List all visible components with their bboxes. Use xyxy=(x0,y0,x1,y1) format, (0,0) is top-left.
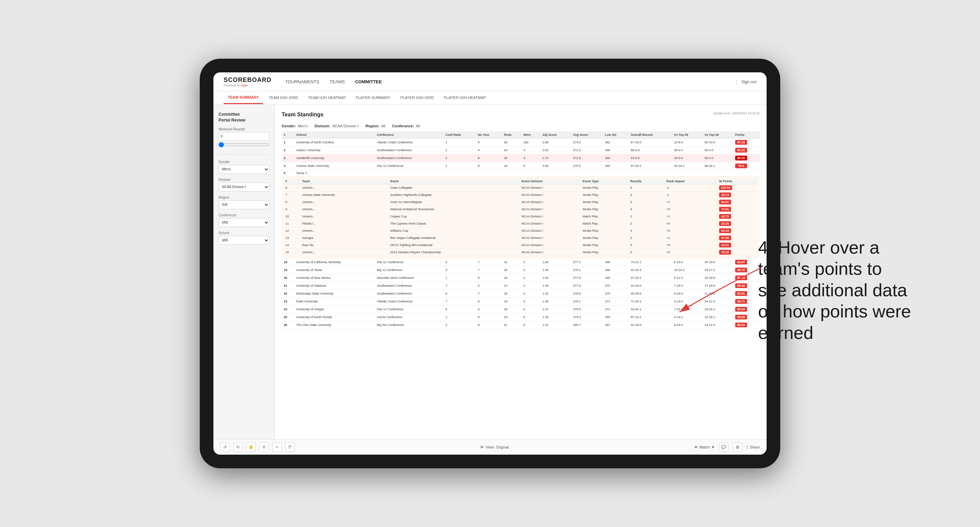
col-vs25: Vs Top 25 xyxy=(672,132,703,138)
sign-out-area: | Sign out xyxy=(735,78,756,85)
sub-table-row[interactable]: 15Univers...2023 Sahalee Players Champio… xyxy=(284,249,758,256)
watch-label: Watch xyxy=(699,445,710,449)
col-school: School xyxy=(294,132,375,138)
sub-nav: TEAM SUMMARY TEAM H2H GRID TEAM H2H HEAT… xyxy=(213,91,767,105)
logo: SCOREBOARD Powered by clippi xyxy=(224,76,272,87)
copy-button[interactable]: ⎘ xyxy=(259,442,269,452)
filter-division: Division: NCAA Division I xyxy=(315,124,358,128)
sub-table-row[interactable]: 8Univers...Amer An IntercollegiateNCAA D… xyxy=(284,198,758,206)
filters-row: Gender: Men's Division: NCAA Division I … xyxy=(282,124,760,128)
table-row[interactable]: 2 Auburn University Southeastern Confere… xyxy=(282,146,760,154)
portal-header: Team Standings Update time: 13/03/2024 1… xyxy=(282,112,760,120)
conference: Atlantic Coast Conference xyxy=(375,138,444,146)
sidebar-conference-label: Conference xyxy=(218,213,269,217)
table-row-highlighted[interactable]: 3 Vanderbilt University Southeastern Con… xyxy=(282,154,760,162)
tab-team-summary[interactable]: TEAM SUMMARY xyxy=(224,91,263,104)
bottom-toolbar: ↺ ↻ ✋ ⎘ + ⏱ 👁 View: Original 👁 Watch ▼ 💬… xyxy=(213,439,767,455)
watch-icon: 👁 xyxy=(694,445,698,449)
watch-button[interactable]: 👁 Watch ▼ xyxy=(694,445,715,449)
min-rounds-input[interactable] xyxy=(218,132,269,141)
region-select[interactable]: N/A xyxy=(218,200,269,209)
toolbar-left: ↺ ↻ ✋ ⎘ + ⏱ xyxy=(220,442,295,452)
points-badge[interactable]: 79.5 xyxy=(735,163,747,168)
min-rounds-slider[interactable] xyxy=(218,142,269,148)
logo-brand: clippi xyxy=(241,84,248,87)
annotation: 4. Hover over a team's points to see add… xyxy=(758,237,912,343)
sidebar-division-label: Division xyxy=(218,178,269,182)
view-icon: 👁 xyxy=(480,445,484,449)
conf-rank: 1 xyxy=(444,138,476,146)
logo-subtitle: Powered by clippi xyxy=(224,84,272,87)
col-low-sg: Low SG xyxy=(603,132,629,138)
redo-button[interactable]: ↻ xyxy=(233,442,243,452)
share-label: Share xyxy=(750,445,760,449)
nav-teams[interactable]: TEAMS xyxy=(329,78,345,86)
tab-team-h2h-grid[interactable]: TEAM H2H GRID xyxy=(265,91,302,104)
standings-title: Team Standings xyxy=(282,112,323,118)
col-conference: Conference xyxy=(375,132,444,138)
nav-committee[interactable]: COMMITTEE xyxy=(355,78,382,86)
sidebar-school: School (All) xyxy=(218,231,269,245)
division-select[interactable]: NCAA Division I xyxy=(218,183,269,192)
table-row[interactable]: 5 Texas T... xyxy=(282,170,760,176)
school-select[interactable]: (All) xyxy=(218,236,269,245)
nav-tournaments[interactable]: TOURNAMENTS xyxy=(285,78,319,86)
sub-table-row[interactable]: 11Florida I...The Cypress Point ClassicN… xyxy=(284,220,758,227)
share-icon: ⤴ xyxy=(746,445,748,449)
sub-table: # Team Event Event Division Event Type R… xyxy=(284,178,758,256)
col-wins: Wins xyxy=(522,132,541,138)
col-overall: Overall Record xyxy=(628,132,672,138)
points-badge[interactable]: 97.02 xyxy=(735,140,747,145)
sub-table-header: # Team Event Event Division Event Type R… xyxy=(284,178,758,184)
undo-button[interactable]: ↺ xyxy=(220,442,230,452)
sub-table-row[interactable]: 12Univers...Williams CupNCAA Division IS… xyxy=(284,227,758,235)
comment-button[interactable]: 💬 xyxy=(719,442,729,452)
top-nav: SCOREBOARD Powered by clippi TOURNAMENTS… xyxy=(213,72,767,91)
tab-team-h2h-heatmap[interactable]: TEAM H2H HEATMAP xyxy=(304,91,350,104)
col-rank: # xyxy=(282,132,294,138)
table-row[interactable]: 1 University of North Carolina Atlantic … xyxy=(282,138,760,146)
grid-button[interactable]: ⊞ xyxy=(733,442,742,452)
pan-button[interactable]: ✋ xyxy=(246,442,256,452)
sub-table-row[interactable]: 14East TacOFCC Fighting Illini Invitatio… xyxy=(284,242,758,249)
sidebar-divider-1 xyxy=(218,154,269,155)
col-rnds: Rnds xyxy=(502,132,522,138)
sidebar-gender-label: Gender xyxy=(218,160,269,164)
col-avg-score: Avg Score xyxy=(571,132,603,138)
sub-table-row[interactable]: 6Univers...Cater CollegiateNCAA Division… xyxy=(284,184,758,192)
sidebar-min-rounds: Minimum Rounds xyxy=(218,127,269,149)
filter-region: Region: All xyxy=(365,124,385,128)
sidebar-region: Region N/A xyxy=(218,195,269,209)
col-no-tour: No Tour xyxy=(476,132,502,138)
sidebar-title: CommitteePortal Review xyxy=(218,112,269,123)
sub-table-row[interactable]: 7Arizona State UniversitySouthern Highla… xyxy=(284,192,758,198)
filter-gender: Gender: Men's xyxy=(282,124,308,128)
school: University of North Carolina xyxy=(294,138,375,146)
add-button[interactable]: + xyxy=(272,442,282,452)
sign-out-button[interactable]: Sign out xyxy=(741,79,756,84)
share-button[interactable]: ⤴ Share xyxy=(746,445,760,449)
col-vs50: Vs Top 50 xyxy=(702,132,733,138)
points-badge[interactable]: 90.20 xyxy=(735,156,747,160)
tab-player-h2h-grid[interactable]: PLAYER H2H GRID xyxy=(396,91,438,104)
view-label: View: Original xyxy=(485,445,509,449)
conference-select[interactable]: (All) xyxy=(218,218,269,227)
sub-table-row[interactable]: 9Univers...National Invitational Tournam… xyxy=(284,206,758,213)
table-row[interactable]: 4 Arizona State University Pac-12 Confer… xyxy=(282,162,760,170)
sidebar-conference: Conference (All) xyxy=(218,213,269,227)
sidebar-gender: Gender Men's xyxy=(218,160,269,174)
section-title: Team Standings xyxy=(282,112,323,120)
col-adj-score: Adj Score xyxy=(541,132,571,138)
tab-player-summary[interactable]: PLAYER SUMMARY xyxy=(352,91,395,104)
sidebar-school-label: School xyxy=(218,231,269,235)
timer-button[interactable]: ⏱ xyxy=(285,442,295,452)
sub-table-row[interactable]: 10Univers...Copper CupNCAA Division IMat… xyxy=(284,213,758,220)
filter-conference: Conference: All xyxy=(392,124,420,128)
annotation-text: 4. Hover over a team's points to see add… xyxy=(758,237,912,343)
tab-player-h2h-heatmap[interactable]: PLAYER H2H HEATMAP xyxy=(440,91,490,104)
toolbar-view[interactable]: 👁 View: Original xyxy=(480,445,509,449)
points-badge[interactable]: 93.31 xyxy=(735,148,747,152)
gender-select[interactable]: Men's xyxy=(218,165,269,174)
sub-table-row[interactable]: 13GeorgiaBen Hogan Collegiate Invitation… xyxy=(284,235,758,242)
update-time: Update time: 13/03/2024 10:03:42 xyxy=(713,112,760,115)
